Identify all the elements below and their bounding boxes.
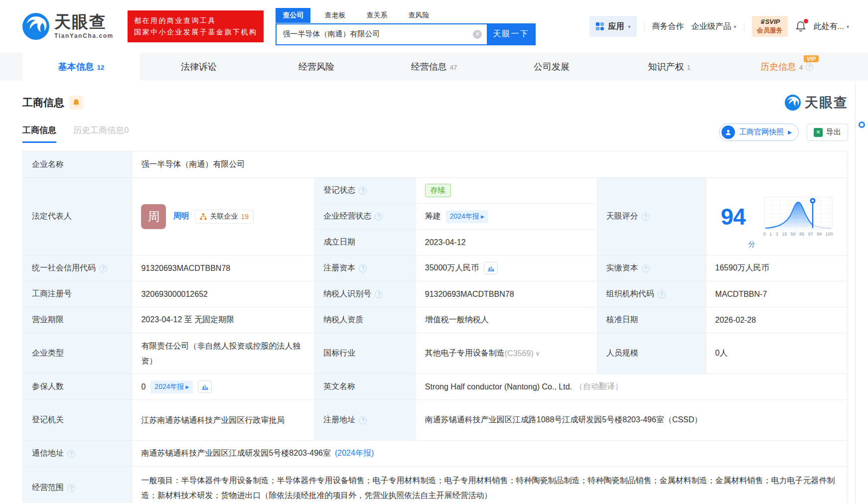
help-icon[interactable]: ? bbox=[642, 213, 650, 221]
search-button[interactable]: 天眼一下 bbox=[487, 23, 535, 45]
chevron-down-icon[interactable]: ∨ bbox=[536, 350, 540, 357]
related-companies-count: 19 bbox=[241, 213, 249, 221]
svip-service-label: 会员服务 bbox=[757, 26, 783, 35]
search-input[interactable] bbox=[277, 24, 473, 44]
tab-operation-info[interactable]: 经营信息 47 bbox=[375, 53, 493, 81]
official-snapshot-button[interactable]: 工商官网快照 ▶ bbox=[719, 124, 799, 141]
english-name-label: 英文名称 bbox=[314, 374, 416, 399]
apps-menu[interactable]: 应用 ▾ bbox=[589, 16, 637, 37]
user-account-menu[interactable]: 此处有... ▾ bbox=[814, 21, 849, 32]
industry-value: 其他电子专用设备制造 bbox=[425, 348, 505, 359]
reg-capital-label: 注册资本 ? bbox=[314, 255, 416, 281]
industry-code: (C3569) bbox=[505, 349, 534, 358]
org-code-value: MACDTBBN-7 bbox=[706, 281, 848, 307]
menu-divider bbox=[644, 22, 645, 31]
help-icon[interactable]: ? bbox=[99, 264, 107, 272]
tab-count: 47 bbox=[450, 64, 457, 71]
official-snapshot-label: 工商官网快照 bbox=[739, 127, 784, 137]
tab-company-development[interactable]: 公司发展 bbox=[493, 53, 610, 81]
insured-chart-button[interactable] bbox=[198, 380, 212, 393]
insured-count-cell: 0 2024年报 ▶ bbox=[132, 374, 314, 399]
approval-date-label: 核准日期 bbox=[597, 307, 706, 333]
subtab-history-business-info[interactable]: 历史工商信息0 bbox=[73, 125, 129, 143]
tianyancha-logo-icon bbox=[785, 95, 801, 111]
reg-status-label: 登记状态 ? bbox=[314, 177, 416, 203]
notification-dot bbox=[804, 19, 808, 23]
tianyan-score-cell[interactable]: 94 分 bbox=[706, 177, 848, 255]
reg-address-value: 南通苏锡通科技产业园区江成路1088号江成研发园5号楼8203-496室（CSS… bbox=[416, 399, 848, 440]
tianyancha-logo[interactable]: 天眼查 TianYanCha.com bbox=[22, 13, 114, 40]
help-icon[interactable]: ? bbox=[67, 484, 75, 492]
help-icon[interactable]: ? bbox=[359, 187, 367, 195]
annual-report-badge[interactable]: 2024年报 ▶ bbox=[446, 210, 488, 223]
search-area: 查公司 查老板 查关系 查风险 ✕ 天眼一下 bbox=[276, 8, 536, 45]
subscribe-bell-button[interactable] bbox=[69, 96, 83, 110]
score-unit: 分 bbox=[748, 240, 755, 249]
reg-capital-cell: 35000万人民币 bbox=[416, 255, 597, 281]
search-tab-relation[interactable]: 查关系 bbox=[359, 8, 394, 23]
english-name-value: Strong Half conductor (Nantong) Co., Ltd… bbox=[425, 382, 572, 391]
org-code-label: 组织机构代码 ? bbox=[597, 281, 706, 307]
reg-number-value: 320693000012652 bbox=[132, 281, 314, 307]
annual-report-badge[interactable]: 2024年报 ▶ bbox=[150, 380, 193, 393]
search-box: ✕ 天眼一下 bbox=[276, 23, 536, 45]
search-tab-risk[interactable]: 查风险 bbox=[401, 8, 436, 23]
help-icon[interactable]: ? bbox=[359, 264, 367, 272]
search-tab-company[interactable]: 查公司 bbox=[276, 8, 310, 23]
play-arrow-icon: ▶ bbox=[186, 384, 189, 389]
help-icon[interactable]: ? bbox=[375, 213, 383, 221]
header-menu: 应用 ▾ 商务合作 企业级产品 ▾ ♛SVIP 会员服务 此处有... ▾ bbox=[589, 16, 849, 37]
brand-name: 天眼查 bbox=[54, 13, 114, 30]
company-name-label: 企业名称 bbox=[23, 151, 132, 177]
enterprise-product-menu[interactable]: 企业级产品 ▾ bbox=[692, 21, 736, 32]
business-term-value: 2023-04-12 至 无固定期限 bbox=[132, 307, 314, 333]
legal-rep-avatar[interactable]: 周 bbox=[141, 204, 166, 229]
tab-basic-info[interactable]: 基本信息 12 bbox=[22, 53, 140, 81]
related-companies-badge[interactable]: 关联企业 19 bbox=[195, 210, 254, 224]
clear-search-icon[interactable]: ✕ bbox=[473, 30, 482, 39]
established-date-value: 2023-04-12 bbox=[416, 229, 597, 255]
legal-rep-name-link[interactable]: 周明 bbox=[173, 211, 189, 222]
established-date-label: 成立日期 bbox=[314, 229, 416, 255]
tab-legal-litigation[interactable]: 法律诉讼 bbox=[140, 53, 258, 81]
operating-status-cell: 筹建 2024年报 ▶ bbox=[416, 203, 597, 229]
side-tool-dot[interactable] bbox=[859, 122, 865, 128]
annual-report-link[interactable]: (2024年报) bbox=[335, 448, 374, 459]
taxpayer-id-value: 91320693MACDTBBN78 bbox=[416, 281, 597, 307]
watermark-logo: 天眼查 bbox=[785, 94, 848, 112]
export-button[interactable]: ✕ 导出 bbox=[807, 124, 848, 141]
notifications-bell[interactable] bbox=[795, 20, 806, 32]
brand-domain: TianYanCha.com bbox=[54, 32, 114, 39]
mail-address-cell: 南通苏锡通科技产业园区江成研发园5号楼8203-496室 (2024年报) bbox=[132, 440, 848, 466]
capital-chart-button[interactable] bbox=[484, 262, 498, 274]
tab-count: 4 bbox=[799, 64, 803, 71]
insured-count-value: 0 bbox=[141, 382, 145, 391]
tab-operation-risk[interactable]: 经营风险 bbox=[258, 53, 375, 81]
biz-cooperation-menu[interactable]: 商务合作 bbox=[652, 21, 684, 32]
tab-history-info[interactable]: VIP 历史信息 4 ? bbox=[728, 53, 846, 81]
help-icon[interactable]: ? bbox=[642, 264, 650, 272]
business-info-table: 企业名称 强一半导体（南通）有限公司 法定代表人 周 周明 关联企业 19 登记… bbox=[22, 151, 848, 503]
industry-label: 国标行业 bbox=[314, 333, 416, 374]
paid-capital-value: 16590万人民币 bbox=[706, 255, 848, 281]
svip-member-badge[interactable]: ♛SVIP 会员服务 bbox=[752, 16, 788, 37]
operating-status-label: 企业经营状态 ? bbox=[314, 203, 416, 229]
tab-intellectual-property[interactable]: 知识产权 1 bbox=[610, 53, 728, 81]
bell-curve-chart bbox=[763, 196, 833, 231]
business-term-label: 营业期限 bbox=[23, 307, 132, 333]
vip-badge: VIP bbox=[804, 55, 819, 62]
help-icon[interactable]: ? bbox=[658, 290, 666, 298]
subtab-business-info[interactable]: 工商信息 bbox=[22, 125, 56, 143]
mail-address-value: 南通苏锡通科技产业园区江成研发园5号楼8203-496室 bbox=[141, 448, 331, 459]
chevron-down-icon: ▾ bbox=[734, 24, 736, 29]
search-tab-boss[interactable]: 查老板 bbox=[317, 8, 352, 23]
tianyancha-logo-icon bbox=[22, 13, 49, 40]
help-icon[interactable]: ? bbox=[375, 290, 383, 298]
promo-banner-line2: 国家中小企业发展子基金旗下机构 bbox=[134, 26, 258, 38]
reg-number-label: 工商注册号 bbox=[23, 281, 132, 307]
help-icon[interactable]: ? bbox=[359, 416, 367, 424]
tab-count: 12 bbox=[97, 64, 104, 71]
help-icon[interactable]: ? bbox=[67, 450, 75, 458]
credit-code-value: 91320693MACDTBBN78 bbox=[132, 255, 314, 281]
section-title: 工商信息 bbox=[22, 96, 64, 110]
